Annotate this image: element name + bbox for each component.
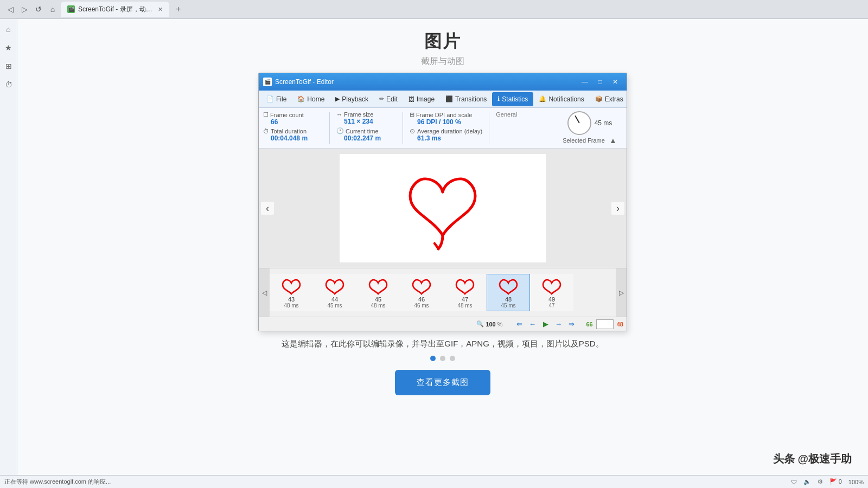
frame-thumb-49[interactable]: 49 47	[530, 274, 573, 311]
stat-divider-2	[403, 112, 403, 144]
close-button[interactable]: ✕	[608, 76, 622, 88]
new-tab-button[interactable]: +	[171, 2, 186, 16]
frame-thumb-47[interactable]: 47 48 ms	[443, 274, 487, 311]
stat-divider-1	[329, 112, 330, 144]
sidebar-page-icon[interactable]: ⊞	[3, 60, 15, 72]
menu-notifications[interactable]: 🔔 Notifications	[533, 92, 589, 106]
stat-divider-3	[489, 112, 489, 144]
frame-num-47: 47	[462, 296, 468, 303]
frame-delay-49: 47	[548, 303, 554, 309]
statistics-icon: ℹ	[497, 95, 500, 102]
menu-transitions-label: Transitions	[455, 95, 487, 103]
page-title-section: 图片 截屏与动图	[421, 19, 464, 73]
go-last-button[interactable]: ⇒	[566, 319, 578, 330]
frame-dpi-label: ⊞ Frame DPI and scale	[410, 111, 472, 118]
frame-num-48: 48	[505, 296, 512, 303]
home-icon[interactable]: ⌂	[47, 3, 59, 15]
frame-delay-44: 45 ms	[327, 303, 342, 309]
extras-icon: 📦	[595, 95, 603, 102]
zoom-value: 100	[486, 321, 495, 328]
sidebar-clock-icon[interactable]: ⏱	[3, 79, 15, 91]
frame-num-44: 44	[331, 296, 338, 303]
menu-edit-label: Edit	[386, 95, 398, 103]
frame-count-value: 66	[271, 118, 278, 126]
frame-ms: 45 ms	[595, 119, 612, 127]
menu-statistics-label: Statistics	[502, 95, 528, 103]
dot-1[interactable]	[430, 356, 436, 361]
filmstrip-scroll-left[interactable]: ◁	[259, 268, 270, 317]
flag-icon: 🚩 0	[829, 478, 842, 485]
window-controls: — □ ✕	[578, 76, 622, 88]
zoom-icon: 🔍	[476, 320, 484, 328]
frame-num-43: 43	[288, 296, 295, 303]
cta-button[interactable]: 查看更多截图	[395, 370, 490, 395]
frame-count-label: ☐ Frame count	[263, 111, 304, 118]
frame-total: 48	[617, 321, 623, 328]
menu-transitions[interactable]: ⬛ Transitions	[440, 92, 492, 106]
total-duration-value: 00:04.048 m	[271, 134, 308, 142]
home-menu-icon: 🏠	[297, 95, 305, 102]
playback-icon: ▶	[335, 95, 340, 102]
menu-playback[interactable]: ▶ Playback	[330, 92, 374, 106]
frame-thumb-48[interactable]: 48 45 ms	[487, 274, 530, 311]
menu-extras-label: Extras	[605, 95, 623, 103]
collapse-button[interactable]: ▲	[609, 136, 617, 145]
menu-file[interactable]: 📄 File	[261, 92, 292, 106]
browser-tab[interactable]: 🎬 ScreenToGif - 录屏，动… ✕	[61, 2, 169, 17]
frame-thumb-44[interactable]: 44 45 ms	[313, 274, 356, 311]
menu-edit[interactable]: ✏ Edit	[374, 92, 403, 106]
forward-icon[interactable]: ▷	[18, 3, 30, 15]
menu-extras[interactable]: 📦 Extras	[590, 92, 629, 106]
filmstrip-scroll-right[interactable]: ▷	[616, 268, 627, 317]
go-first-button[interactable]: ⇐	[514, 319, 526, 330]
zoom-percent: %	[497, 321, 503, 328]
window-titlebar: 🎬 ScreenToGif - Editor — □ ✕	[259, 73, 627, 91]
watermark: 头条 @极速手助	[773, 452, 852, 466]
clock-hand	[575, 115, 580, 124]
tab-title: ScreenToGif - 录屏，动…	[78, 5, 152, 14]
minimize-button[interactable]: —	[578, 76, 592, 88]
refresh-icon[interactable]: ↺	[33, 3, 44, 15]
frame-input[interactable]	[596, 319, 614, 329]
avg-duration-label: ⏲ Average duration (delay)	[410, 128, 482, 134]
pagination-dots	[430, 356, 455, 361]
go-prev-button[interactable]: ←	[527, 319, 539, 330]
frame-delay-48: 45 ms	[501, 303, 515, 309]
frame-thumb-43[interactable]: 43 48 ms	[270, 274, 313, 311]
menu-home[interactable]: 🏠 Home	[292, 92, 330, 106]
maximize-button[interactable]: □	[593, 76, 607, 88]
frame-counter: 66 48	[586, 319, 624, 329]
menu-image-label: Image	[417, 95, 435, 103]
canvas-inner	[340, 154, 546, 262]
description-text: 这是编辑器，在此你可以编辑录像，并导出至GIF，APNG，视频，项目，图片以及P…	[282, 339, 603, 349]
sidebar-home-icon[interactable]: ⌂	[3, 23, 15, 35]
statistics-panel: ☐ Frame count 66 ⏱ Total duration 00:04.…	[259, 108, 627, 149]
window-favicon: 🎬	[263, 78, 272, 86]
page-title: 图片	[421, 30, 464, 54]
selected-frame-label: Selected Frame	[563, 137, 605, 144]
tab-close-button[interactable]: ✕	[158, 6, 163, 13]
edit-icon: ✏	[379, 95, 384, 102]
frame-delay-46: 46 ms	[414, 303, 429, 309]
duration-icon: ⏱	[263, 128, 269, 134]
dot-2[interactable]	[440, 356, 445, 361]
frame-thumb-45[interactable]: 45 48 ms	[356, 274, 400, 311]
frame-size-value: 511 × 234	[344, 118, 373, 125]
dot-3[interactable]	[450, 356, 455, 361]
sidebar-star-icon[interactable]: ★	[3, 42, 15, 54]
menu-statistics[interactable]: ℹ Statistics	[492, 92, 533, 106]
frame-dpi-value: 96 DPI / 100 %	[417, 118, 461, 126]
next-frame-button[interactable]: ›	[611, 202, 624, 215]
clock-icon: 🕐	[336, 127, 344, 134]
go-next-button[interactable]: →	[553, 319, 565, 330]
frame-thumb-46[interactable]: 46 46 ms	[400, 274, 443, 311]
file-icon: 📄	[266, 95, 274, 102]
dpi-icon: ⊞	[410, 111, 414, 118]
frame-size-label: ↔ Frame size	[336, 111, 373, 118]
menu-image[interactable]: 🖼 Image	[403, 92, 440, 106]
back-icon[interactable]: ◁	[4, 3, 16, 15]
status-bar: 正在等待 www.screentogif.com 的响应... 🛡 🔈 ⚙ 🚩 …	[0, 475, 868, 488]
play-button[interactable]: ▶	[540, 319, 552, 330]
prev-frame-button[interactable]: ‹	[261, 202, 274, 215]
playback-buttons: ⇐ ← ▶ → ⇒	[514, 319, 578, 330]
